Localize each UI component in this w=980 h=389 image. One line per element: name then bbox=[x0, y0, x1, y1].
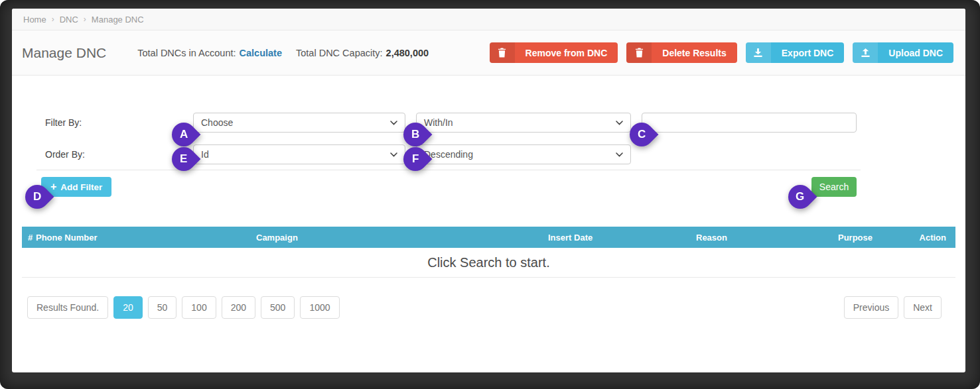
annotation-marker-e: E bbox=[172, 147, 196, 171]
filter-value-input[interactable] bbox=[642, 113, 857, 133]
column-header-campaign: Campaign bbox=[256, 233, 548, 243]
filter-by-row: Filter By: Choose With/In bbox=[12, 113, 965, 133]
breadcrumb: Home › DNC › Manage DNC bbox=[12, 9, 965, 30]
chevron-down-icon bbox=[616, 152, 623, 157]
filter-field-selected-value: Choose bbox=[201, 117, 233, 128]
results-found-button[interactable]: Results Found. bbox=[27, 296, 108, 319]
column-header-action: Action bbox=[913, 233, 955, 243]
filter-by-label: Filter By: bbox=[45, 117, 193, 128]
manage-dnc-page: Home › DNC › Manage DNC Manage DNC Total… bbox=[12, 9, 965, 372]
filter-operator-selected-value: With/In bbox=[424, 117, 453, 128]
column-header-phone-number: Phone Number bbox=[36, 233, 256, 243]
page-content: Filter By: Choose With/In Order By: Id bbox=[12, 113, 965, 319]
page-title: Manage DNC bbox=[22, 45, 106, 61]
delete-results-label: Delete Results bbox=[652, 42, 736, 63]
account-stats: Total DNCs in Account: Calculate Total D… bbox=[137, 48, 429, 58]
table-empty-message: Click Search to start. bbox=[22, 248, 955, 278]
upload-dnc-button[interactable]: Upload DNC bbox=[853, 42, 953, 63]
upload-dnc-label: Upload DNC bbox=[878, 42, 953, 63]
breadcrumb-separator: › bbox=[84, 15, 86, 24]
annotation-marker-d: D bbox=[25, 185, 49, 209]
order-field-selected-value: Id bbox=[201, 149, 209, 160]
upload-icon bbox=[853, 42, 878, 63]
export-dnc-button[interactable]: Export DNC bbox=[746, 42, 845, 63]
table-header-row: # Phone Number Campaign Insert Date Reas… bbox=[22, 227, 955, 248]
plus-icon: + bbox=[50, 182, 56, 192]
column-header-reason: Reason bbox=[696, 233, 838, 243]
filter-actions-row: + Add Filter Search bbox=[12, 177, 965, 197]
order-field-select[interactable]: Id bbox=[193, 144, 405, 164]
chevron-down-icon bbox=[390, 152, 397, 157]
column-header-purpose: Purpose bbox=[838, 233, 913, 243]
column-header-number: # bbox=[22, 233, 36, 243]
pagination-bar: Results Found. 20 50 100 200 500 1000 Pr… bbox=[12, 296, 965, 319]
annotation-marker-a: A bbox=[172, 123, 196, 146]
add-filter-label: Add Filter bbox=[60, 182, 102, 192]
page-size-500[interactable]: 500 bbox=[261, 296, 295, 319]
page-size-100[interactable]: 100 bbox=[182, 296, 216, 319]
remove-from-dnc-button[interactable]: Remove from DNC bbox=[490, 42, 618, 63]
calculate-link[interactable]: Calculate bbox=[240, 48, 282, 58]
next-button[interactable]: Next bbox=[904, 296, 942, 319]
annotation-marker-b: B bbox=[403, 123, 427, 146]
page-size-50[interactable]: 50 bbox=[148, 296, 177, 319]
page-size-200[interactable]: 200 bbox=[222, 296, 255, 319]
chevron-down-icon bbox=[390, 121, 397, 125]
breadcrumb-item-dnc[interactable]: DNC bbox=[60, 15, 78, 25]
filter-field-select[interactable]: Choose bbox=[193, 113, 405, 133]
column-header-insert-date: Insert Date bbox=[548, 233, 696, 243]
dnc-capacity-value: 2,480,000 bbox=[386, 48, 429, 58]
delete-results-button[interactable]: Delete Results bbox=[626, 42, 736, 63]
dnc-table: # Phone Number Campaign Insert Date Reas… bbox=[22, 227, 955, 278]
page-size-group: Results Found. 20 50 100 200 500 1000 bbox=[27, 296, 340, 319]
screenshot-frame: Home › DNC › Manage DNC Manage DNC Total… bbox=[0, 0, 980, 389]
filter-operator-select[interactable]: With/In bbox=[416, 113, 631, 133]
breadcrumb-item-home[interactable]: Home bbox=[23, 15, 46, 25]
chevron-down-icon bbox=[616, 121, 623, 125]
page-size-20[interactable]: 20 bbox=[113, 296, 143, 319]
breadcrumb-item-manage-dnc: Manage DNC bbox=[92, 15, 144, 25]
order-direction-select[interactable]: Descending bbox=[416, 144, 631, 164]
trash-icon bbox=[490, 42, 515, 63]
annotation-marker-g: G bbox=[788, 185, 812, 209]
breadcrumb-separator: › bbox=[52, 15, 54, 24]
export-dnc-label: Export DNC bbox=[771, 42, 845, 63]
search-button[interactable]: Search bbox=[811, 177, 857, 197]
download-icon bbox=[746, 42, 771, 63]
total-dncs-label: Total DNCs in Account: bbox=[137, 48, 236, 58]
annotation-marker-f: F bbox=[403, 147, 427, 171]
order-by-row: Order By: Id Descending bbox=[12, 144, 965, 164]
page-size-1000[interactable]: 1000 bbox=[300, 296, 339, 319]
previous-button[interactable]: Previous bbox=[844, 296, 898, 319]
page-header: Manage DNC Total DNCs in Account: Calcul… bbox=[12, 30, 965, 76]
annotation-marker-c: C bbox=[630, 123, 654, 146]
trash-icon bbox=[626, 42, 652, 63]
total-dncs-stat: Total DNCs in Account: Calculate bbox=[137, 48, 282, 58]
dnc-capacity-stat: Total DNC Capacity: 2,480,000 bbox=[296, 48, 429, 58]
page-nav-group: Previous Next bbox=[844, 296, 942, 319]
header-actions: Remove from DNC Delete Results Export DN… bbox=[490, 42, 953, 63]
dnc-capacity-label: Total DNC Capacity: bbox=[296, 48, 383, 58]
remove-from-dnc-label: Remove from DNC bbox=[515, 42, 618, 63]
filter-divider bbox=[36, 170, 861, 170]
